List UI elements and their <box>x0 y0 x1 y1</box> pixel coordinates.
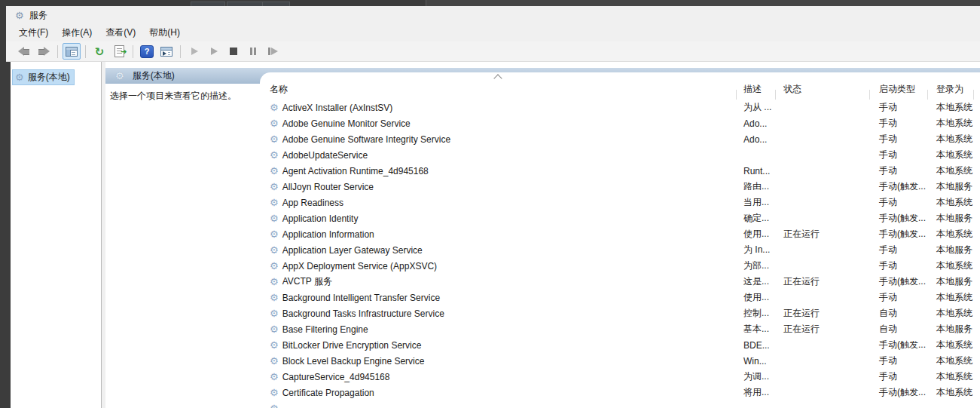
service-status: 正在运行 <box>776 323 870 336</box>
service-gear-icon: ⚙ <box>270 198 279 207</box>
table-row[interactable]: ⚙ BitLocker Drive Encryption Service BDE… <box>260 337 980 353</box>
show-extended-view-button[interactable] <box>157 43 176 60</box>
service-startup-type: 自动 <box>870 323 928 336</box>
service-gear-icon: ⚙ <box>270 213 279 223</box>
help-button[interactable]: ? <box>138 43 156 60</box>
service-logon-as: 本地系统 <box>928 370 980 383</box>
service-name: Background Tasks Infrastructure Service <box>282 308 444 319</box>
service-startup-type: 手动(触发... <box>870 228 928 241</box>
table-row[interactable]: ⚙ ActiveX Installer (AxInstSV) 为从 ... 手动… <box>260 100 980 115</box>
forward-arrow-icon <box>38 48 50 55</box>
service-description: 当用... <box>737 196 776 209</box>
service-logon-as: 本地系统 <box>928 149 980 161</box>
resume-service-button[interactable] <box>205 43 223 60</box>
column-header-logon-as[interactable]: 登录为 <box>928 83 980 100</box>
service-name: Certificate Propagation <box>282 388 374 398</box>
service-gear-icon: ⚙ <box>270 356 279 366</box>
background-strip-divider <box>426 0 426 6</box>
back-button[interactable] <box>15 43 33 60</box>
service-startup-type: 手动 <box>870 244 928 256</box>
header-title: 服务(本地) <box>133 69 175 82</box>
service-startup-type: 手动 <box>870 133 928 146</box>
service-logon-as: 本地系统 <box>928 291 980 304</box>
restart-service-button[interactable] <box>264 43 282 60</box>
service-name: Background Intelligent Transfer Service <box>282 293 440 303</box>
service-description: 将用... <box>737 386 776 399</box>
service-description: 为 In... <box>737 244 776 256</box>
service-logon-as: 本地系统 <box>928 196 980 209</box>
service-startup-type: 手动 <box>870 196 928 209</box>
table-row[interactable]: ⚙ Certificate Propagation 将用... 手动(触发...… <box>260 385 980 400</box>
menu-help[interactable]: 帮助(H) <box>142 24 187 41</box>
service-logon-as: 本地服务 <box>928 275 980 288</box>
service-gear-icon: ⚙ <box>270 261 279 271</box>
stop-service-button[interactable] <box>224 43 243 60</box>
service-startup-type: 手动 <box>870 117 928 130</box>
service-description: 为部... <box>737 259 776 272</box>
sidebar-item-label: 服务(本地) <box>28 71 70 84</box>
service-gear-icon: ⚙ <box>270 277 279 287</box>
service-description: 使用... <box>737 291 776 304</box>
service-logon-as: 本地系统 <box>928 307 980 320</box>
service-description: 控制... <box>737 307 776 320</box>
table-row[interactable]: ⚙ Base Filtering Engine 基本... 正在运行 自动 本地… <box>260 321 980 337</box>
service-startup-type: 手动(触发... <box>870 180 928 193</box>
service-startup-type: 手动 <box>870 164 928 177</box>
menu-view[interactable]: 查看(V) <box>99 24 142 41</box>
table-row[interactable]: ⚙ <box>260 400 980 408</box>
table-row[interactable]: ⚙ App Readiness 当用... 手动 本地系统 <box>260 195 980 210</box>
menu-action[interactable]: 操作(A) <box>55 24 99 41</box>
column-header-name[interactable]: 名称 <box>260 83 737 100</box>
service-name: Base Filtering Engine <box>282 324 368 335</box>
table-row[interactable]: ⚙ Application Layer Gateway Service 为 In… <box>260 242 980 258</box>
service-description: 基本... <box>737 323 776 336</box>
forward-button[interactable] <box>35 43 53 60</box>
table-row[interactable]: ⚙ Background Intelligent Transfer Servic… <box>260 290 980 305</box>
services-gear-icon: ⚙ <box>15 72 24 82</box>
sidebar-item-services-local[interactable]: ⚙ 服务(本地) <box>12 69 75 85</box>
table-row[interactable]: ⚙ Background Tasks Infrastructure Servic… <box>260 305 980 321</box>
table-row[interactable]: ⚙ Agent Activation Runtime_4d945168 Runt… <box>260 163 980 179</box>
pause-service-button[interactable] <box>244 43 262 60</box>
column-header-status[interactable]: 状态 <box>776 83 870 100</box>
background-top-strip <box>0 0 980 6</box>
service-startup-type: 手动 <box>870 354 928 367</box>
table-row[interactable]: ⚙ Application Information 使用... 正在运行 手动(… <box>260 226 980 242</box>
service-gear-icon: ⚙ <box>270 340 279 350</box>
start-service-button[interactable] <box>185 43 203 60</box>
export-list-button[interactable]: ➜ <box>110 43 128 60</box>
table-row[interactable]: ⚙ AdobeUpdateService 手动 本地系统 <box>260 147 980 163</box>
services-list-panel: 名称 描述 状态 启动类型 登录为 ⚙ ActiveX Installer (A… <box>260 72 980 408</box>
service-gear-icon: ⚙ <box>270 245 279 255</box>
table-row[interactable]: ⚙ Block Level Backup Engine Service Win.… <box>260 353 980 369</box>
table-row[interactable]: ⚙ AppX Deployment Service (AppXSVC) 为部..… <box>260 258 980 274</box>
table-row[interactable]: ⚙ Application Identity 确定... 手动(触发... 本地… <box>260 210 980 226</box>
service-logon-as: 本地系统 <box>928 228 980 241</box>
description-hint: 选择一个项目来查看它的描述。 <box>110 90 237 103</box>
menu-file[interactable]: 文件(F) <box>12 24 55 41</box>
service-status: 正在运行 <box>776 228 870 241</box>
service-logon-as: 本地服务 <box>928 212 980 225</box>
table-row[interactable]: ⚙ CaptureService_4d945168 为调... 手动 本地系统 <box>260 369 980 385</box>
service-gear-icon: ⚙ <box>270 150 279 160</box>
service-name: AdobeUpdateService <box>282 150 368 161</box>
stop-service-icon <box>230 48 237 55</box>
column-header-startup-type[interactable]: 启动类型 <box>870 83 928 100</box>
column-header-description[interactable]: 描述 <box>737 83 776 100</box>
service-gear-icon: ⚙ <box>270 372 279 382</box>
service-description: 这是... <box>737 275 776 288</box>
refresh-button[interactable]: ↻ <box>90 43 108 60</box>
main-pane: ⚙ 服务(本地) 选择一个项目来查看它的描述。 名称 描述 状态 启动类型 登录… <box>105 62 980 408</box>
help-icon: ? <box>140 45 154 58</box>
table-row[interactable]: ⚙ AllJoyn Router Service 路由... 手动(触发... … <box>260 179 980 195</box>
table-row[interactable]: ⚙ AVCTP 服务 这是... 正在运行 手动(触发... 本地服务 <box>260 274 980 290</box>
service-gear-icon: ⚙ <box>270 103 279 112</box>
service-gear-icon: ⚙ <box>270 388 279 397</box>
show-console-tree-button[interactable] <box>63 43 81 60</box>
refresh-icon: ↻ <box>95 46 105 57</box>
table-row[interactable]: ⚙ Adobe Genuine Monitor Service Ado... 手… <box>260 115 980 131</box>
service-startup-type: 自动 <box>870 307 928 320</box>
table-row[interactable]: ⚙ Adobe Genuine Software Integrity Servi… <box>260 131 980 147</box>
service-startup-type: 手动 <box>870 370 928 383</box>
service-logon-as: 本地系统 <box>928 386 980 399</box>
